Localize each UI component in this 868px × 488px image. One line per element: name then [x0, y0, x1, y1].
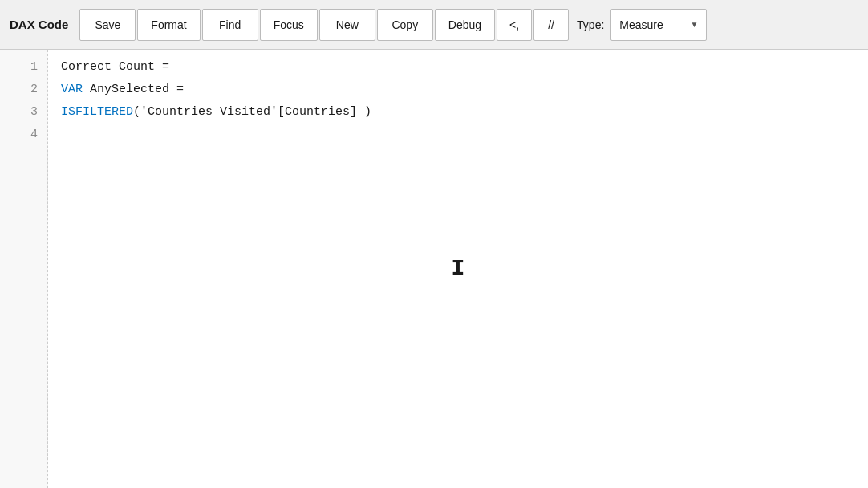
less-comma-button[interactable]: <, — [497, 9, 532, 41]
line-number-1: 1 — [30, 56, 38, 79]
type-label: Type: — [574, 18, 607, 31]
copy-button[interactable]: Copy — [377, 9, 433, 41]
code-text: AnySelected — [90, 80, 176, 100]
debug-button[interactable]: Debug — [435, 9, 495, 41]
type-value: Measure — [619, 18, 663, 31]
focus-button[interactable]: Focus — [260, 9, 318, 41]
line-number-4: 4 — [30, 124, 38, 146]
code-line-2: VAR AnySelected = — [61, 79, 868, 101]
new-button[interactable]: New — [319, 9, 375, 41]
code-args: ('Countries Visited'[Countries] ) — [133, 103, 371, 122]
format-button[interactable]: Format — [137, 9, 200, 41]
code-text: Correct Count = — [61, 58, 176, 77]
code-equals: = — [176, 80, 191, 100]
app-title: DAX Code — [6, 18, 78, 31]
editor-container: 1 2 3 4 Correct Count = VAR AnySelected … — [0, 50, 868, 488]
code-editor[interactable]: Correct Count = VAR AnySelected = ISFILT… — [48, 50, 868, 488]
text-cursor: I — [452, 251, 465, 287]
line-number-2: 2 — [30, 79, 38, 101]
code-line-3: ISFILTERED('Countries Visited'[Countries… — [61, 101, 868, 124]
toolbar: DAX Code Save Format Find Focus New Copy… — [0, 0, 868, 50]
type-section: Type: Measure ▼ — [574, 9, 707, 41]
double-slash-button[interactable]: // — [533, 9, 569, 41]
line-number-3: 3 — [30, 101, 38, 124]
code-function-isfiltered: ISFILTERED — [61, 103, 133, 122]
save-button[interactable]: Save — [79, 9, 136, 41]
code-line-4 — [61, 124, 868, 146]
chevron-down-icon: ▼ — [690, 20, 698, 29]
line-numbers: 1 2 3 4 — [0, 50, 48, 488]
code-keyword-var: VAR — [61, 80, 90, 100]
code-line-1: Correct Count = — [61, 56, 868, 79]
type-dropdown[interactable]: Measure ▼ — [610, 9, 707, 41]
find-button[interactable]: Find — [202, 9, 258, 41]
